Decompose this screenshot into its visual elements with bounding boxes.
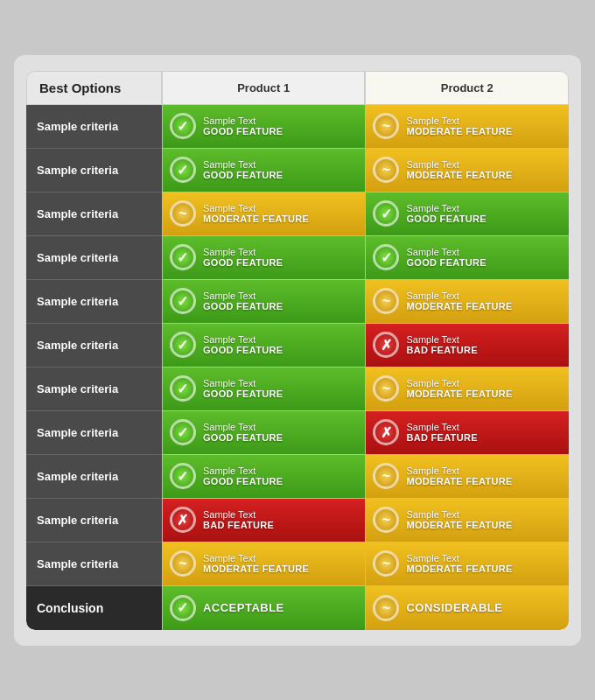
conclusion-text-p2: CONSIDERABLE <box>406 601 502 614</box>
criteria-row: Sample criteria ✓ Sample Text GOOD FEATU… <box>26 368 569 411</box>
feature-icon: ~ <box>373 157 399 183</box>
feature-top: Sample Text <box>203 553 309 564</box>
feature-text: Sample Text MODERATE FEATURE <box>406 509 512 530</box>
feature-cell: ~ Sample Text MODERATE FEATURE <box>365 542 569 586</box>
feature-top: Sample Text <box>406 159 512 170</box>
feature-icon: ~ <box>373 113 399 139</box>
feature-icon: ✓ <box>170 244 196 270</box>
criteria-row: Sample criteria ✓ Sample Text GOOD FEATU… <box>26 149 569 192</box>
feature-cell: ✗ Sample Text BAD FEATURE <box>365 324 569 368</box>
feature-cell: ✓ Sample Text GOOD FEATURE <box>162 105 366 149</box>
feature-icon: ~ <box>373 375 399 402</box>
criteria-label: Sample criteria <box>26 192 162 236</box>
feature-icon: ~ <box>373 507 399 533</box>
feature-icon: ✓ <box>170 332 196 358</box>
conclusion-icon-p1: ✓ <box>170 595 196 621</box>
conclusion-text-p1: ACCEPTABLE <box>203 601 284 614</box>
feature-text: Sample Text GOOD FEATURE <box>203 466 283 486</box>
feature-cell: ✓ Sample Text GOOD FEATURE <box>162 324 366 368</box>
feature-text: Sample Text BAD FEATURE <box>203 509 274 530</box>
feature-top: Sample Text <box>406 466 512 476</box>
feature-text: Sample Text GOOD FEATURE <box>203 159 283 180</box>
feature-icon: ✗ <box>373 332 399 358</box>
feature-text: Sample Text MODERATE FEATURE <box>406 116 512 136</box>
criteria-label: Sample criteria <box>26 149 162 192</box>
feature-bottom: GOOD FEATURE <box>203 301 283 312</box>
feature-bottom: GOOD FEATURE <box>203 257 283 268</box>
feature-icon: ✓ <box>170 157 196 183</box>
feature-cell: ✓ Sample Text GOOD FEATURE <box>162 368 366 411</box>
feature-text: Sample Text MODERATE FEATURE <box>406 290 512 312</box>
feature-bottom: GOOD FEATURE <box>203 126 283 136</box>
criteria-label: Sample criteria <box>26 324 162 368</box>
feature-bottom: MODERATE FEATURE <box>406 520 512 530</box>
feature-text: Sample Text MODERATE FEATURE <box>406 466 512 486</box>
feature-icon: ✗ <box>170 507 196 533</box>
feature-icon: ✓ <box>170 113 196 139</box>
feature-top: Sample Text <box>203 290 283 301</box>
feature-top: Sample Text <box>406 378 512 388</box>
feature-cell: ~ Sample Text MODERATE FEATURE <box>365 149 569 192</box>
feature-bottom: GOOD FEATURE <box>406 257 486 268</box>
feature-bottom: MODERATE FEATURE <box>203 564 309 574</box>
feature-cell: ~ Sample Text MODERATE FEATURE <box>365 280 569 324</box>
conclusion-icon-p2: ~ <box>373 595 399 621</box>
feature-top: Sample Text <box>406 290 512 301</box>
comparison-table: Best Options Product 1 Product 2 Sample … <box>26 71 569 630</box>
feature-top: Sample Text <box>203 116 283 126</box>
feature-cell: ✓ Sample Text GOOD FEATURE <box>365 192 569 236</box>
feature-bottom: MODERATE FEATURE <box>406 126 512 136</box>
feature-icon: ~ <box>373 463 399 489</box>
feature-cell: ✗ Sample Text BAD FEATURE <box>365 411 569 455</box>
feature-top: Sample Text <box>406 334 477 345</box>
criteria-label: Sample criteria <box>26 368 162 411</box>
conclusion-row: Conclusion ✓ ACCEPTABLE ~ CONSIDERABLE <box>26 586 569 630</box>
criteria-label: Sample criteria <box>26 542 162 586</box>
feature-top: Sample Text <box>406 422 477 432</box>
feature-cell: ✗ Sample Text BAD FEATURE <box>162 499 366 542</box>
feature-text: Sample Text GOOD FEATURE <box>203 334 283 355</box>
feature-top: Sample Text <box>203 509 274 520</box>
feature-cell: ~ Sample Text MODERATE FEATURE <box>365 499 569 542</box>
feature-icon: ✓ <box>373 200 399 227</box>
criteria-label: Sample criteria <box>26 105 162 149</box>
feature-text: Sample Text GOOD FEATURE <box>203 116 283 136</box>
feature-icon: ~ <box>170 550 196 577</box>
feature-text: Sample Text GOOD FEATURE <box>406 247 486 268</box>
feature-cell: ✓ Sample Text GOOD FEATURE <box>162 455 366 499</box>
feature-bottom: MODERATE FEATURE <box>406 564 512 574</box>
feature-text: Sample Text MODERATE FEATURE <box>406 553 512 574</box>
criteria-label: Sample criteria <box>26 455 162 499</box>
feature-text: Sample Text MODERATE FEATURE <box>406 378 512 399</box>
feature-cell: ~ Sample Text MODERATE FEATURE <box>365 368 569 411</box>
conclusion-cell-p2: ~ CONSIDERABLE <box>365 586 569 630</box>
feature-bottom: GOOD FEATURE <box>203 476 283 486</box>
header-product1: Product 1 <box>162 71 366 105</box>
feature-cell: ~ Sample Text MODERATE FEATURE <box>162 542 366 586</box>
criteria-label: Sample criteria <box>26 499 162 542</box>
criteria-label: Sample criteria <box>26 280 162 324</box>
feature-text: Sample Text GOOD FEATURE <box>203 290 283 312</box>
criteria-label: Sample criteria <box>26 411 162 455</box>
feature-text: Sample Text GOOD FEATURE <box>203 378 283 399</box>
feature-bottom: BAD FEATURE <box>203 520 274 530</box>
feature-top: Sample Text <box>406 203 486 214</box>
feature-bottom: MODERATE FEATURE <box>203 214 309 224</box>
feature-icon: ~ <box>373 288 399 314</box>
feature-icon: ✓ <box>170 375 196 402</box>
feature-bottom: MODERATE FEATURE <box>406 476 512 486</box>
feature-top: Sample Text <box>406 116 512 126</box>
feature-top: Sample Text <box>203 334 283 345</box>
feature-bottom: BAD FEATURE <box>406 345 477 355</box>
feature-text: Sample Text MODERATE FEATURE <box>406 159 512 180</box>
feature-icon: ✓ <box>170 288 196 314</box>
criteria-row: Sample criteria ✓ Sample Text GOOD FEATU… <box>26 455 569 499</box>
criteria-row: Sample criteria ✗ Sample Text BAD FEATUR… <box>26 499 569 542</box>
feature-bottom: GOOD FEATURE <box>406 214 486 224</box>
conclusion-cell-p1: ✓ ACCEPTABLE <box>162 586 366 630</box>
feature-bottom: GOOD FEATURE <box>203 388 283 399</box>
feature-cell: ✓ Sample Text GOOD FEATURE <box>162 236 366 280</box>
criteria-row: Sample criteria ✓ Sample Text GOOD FEATU… <box>26 411 569 455</box>
header-row: Best Options Product 1 Product 2 <box>26 71 569 105</box>
feature-bottom: MODERATE FEATURE <box>406 170 512 180</box>
